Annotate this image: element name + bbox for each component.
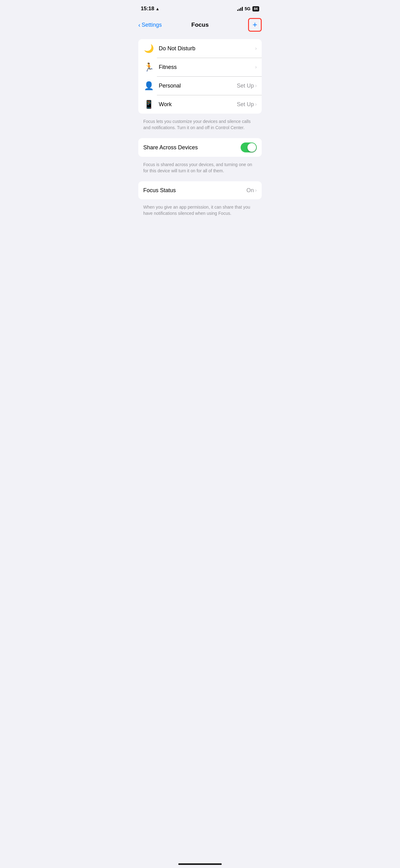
- personal-icon: 👤: [143, 80, 155, 91]
- battery-container: 84: [253, 6, 259, 11]
- focus-items-section: 🌙 Do Not Disturb › 🏃 Fitness › 👤 Persona…: [138, 39, 262, 114]
- nav-header: ‹ Settings Focus +: [133, 16, 267, 37]
- focus-status-row[interactable]: Focus Status On ›: [138, 181, 262, 199]
- signal-bar-3: [240, 8, 241, 11]
- share-across-devices-label: Share Across Devices: [143, 144, 198, 151]
- back-chevron-icon: ‹: [138, 22, 140, 28]
- toggle-knob: [247, 143, 256, 152]
- personal-setup-text: Set Up: [237, 83, 254, 89]
- share-across-devices-row: Share Across Devices: [138, 138, 262, 157]
- personal-label: Personal: [159, 83, 237, 89]
- focus-status-section: Focus Status On ›: [138, 181, 262, 199]
- status-right: 5G 84: [237, 6, 259, 11]
- share-across-devices-footer: Focus is shared across your devices, and…: [133, 159, 267, 179]
- dnd-right: ›: [255, 45, 257, 51]
- focus-status-value: On ›: [246, 187, 257, 194]
- signal-bars: [237, 6, 243, 11]
- dnd-icon: 🌙: [143, 43, 155, 54]
- share-across-devices-toggle[interactable]: [241, 143, 257, 152]
- battery-level: 84: [253, 6, 259, 11]
- list-item[interactable]: 🏃 Fitness ›: [138, 58, 262, 76]
- list-item[interactable]: 👤 Personal Set Up ›: [138, 76, 262, 95]
- signal-bar-2: [239, 9, 240, 11]
- focus-status-on-text: On: [246, 187, 254, 194]
- status-bar: 15:18 ▲ 5G 84: [133, 0, 267, 16]
- chevron-right-icon: ›: [255, 64, 257, 70]
- list-item[interactable]: 🌙 Do Not Disturb ›: [138, 39, 262, 58]
- focus-status-label: Focus Status: [143, 187, 176, 194]
- network-label: 5G: [245, 6, 251, 11]
- signal-bar-4: [242, 7, 243, 11]
- share-across-devices-section: Share Across Devices: [138, 138, 262, 157]
- location-icon: ▲: [155, 6, 159, 11]
- plus-icon: +: [253, 21, 257, 29]
- work-setup-text: Set Up: [237, 101, 254, 108]
- personal-right: Set Up ›: [237, 83, 257, 89]
- fitness-label: Fitness: [159, 64, 255, 70]
- status-time: 15:18 ▲: [141, 6, 159, 12]
- focus-items-footer: Focus lets you customize your devices an…: [133, 116, 267, 136]
- chevron-right-icon: ›: [255, 187, 257, 193]
- fitness-icon: 🏃: [143, 61, 155, 73]
- fitness-right: ›: [255, 64, 257, 70]
- work-icon: 📱: [143, 99, 155, 110]
- work-label: Work: [159, 101, 237, 108]
- dnd-label: Do Not Disturb: [159, 45, 255, 52]
- work-right: Set Up ›: [237, 101, 257, 108]
- back-label: Settings: [142, 22, 162, 28]
- list-item[interactable]: 📱 Work Set Up ›: [138, 95, 262, 114]
- add-focus-button[interactable]: +: [248, 18, 262, 32]
- focus-status-footer: When you give an app permission, it can …: [133, 202, 267, 221]
- chevron-right-icon: ›: [255, 83, 257, 89]
- back-button[interactable]: ‹ Settings: [138, 22, 162, 28]
- chevron-right-icon: ›: [255, 101, 257, 107]
- page-title: Focus: [191, 22, 209, 28]
- signal-bar-1: [237, 10, 238, 11]
- chevron-right-icon: ›: [255, 45, 257, 51]
